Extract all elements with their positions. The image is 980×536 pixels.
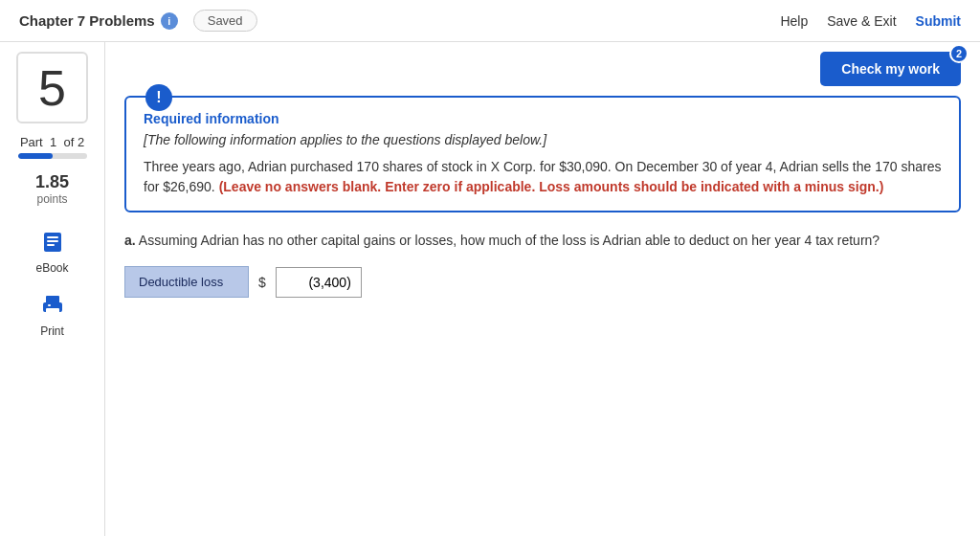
- exclamation-icon: !: [145, 84, 172, 111]
- question-body: Assuming Adrian has no other capital gai…: [139, 233, 880, 248]
- content-area: Check my work 2 ! Required information […: [105, 42, 980, 536]
- header-actions: Help Save & Exit Submit: [780, 13, 961, 29]
- check-my-work-button[interactable]: Check my work 2: [820, 52, 961, 86]
- main-layout: 5 Part 1 of 2 1.85 points eBook: [0, 42, 980, 536]
- question-number-box: 5: [16, 52, 88, 123]
- svg-rect-2: [47, 240, 58, 242]
- print-icon: [35, 288, 70, 323]
- help-link[interactable]: Help: [780, 13, 808, 29]
- points-label: points: [36, 192, 67, 206]
- info-box: ! Required information [The following in…: [124, 96, 961, 212]
- info-box-body: Three years ago, Adrian purchased 170 sh…: [144, 157, 942, 197]
- answer-row: Deductible loss $: [124, 266, 961, 298]
- header: Chapter 7 Problems i Saved Help Save & E…: [0, 0, 980, 42]
- svg-rect-3: [47, 244, 55, 246]
- svg-rect-4: [46, 296, 59, 303]
- progress-bar-fill: [18, 153, 53, 159]
- chapter-title-text: Chapter 7 Problems: [19, 12, 155, 29]
- info-box-subtitle: [The following information applies to th…: [144, 132, 942, 147]
- svg-rect-7: [48, 304, 51, 306]
- points-value: 1.85: [35, 172, 69, 192]
- check-badge: 2: [949, 44, 969, 63]
- info-icon[interactable]: i: [161, 12, 178, 30]
- part-label: Part 1 of 2: [20, 135, 84, 149]
- save-exit-link[interactable]: Save & Exit: [827, 13, 896, 29]
- question-text: a. Assuming Adrian has no other capital …: [124, 230, 961, 251]
- answer-label: Deductible loss: [124, 266, 249, 298]
- print-tool[interactable]: Print: [35, 288, 70, 338]
- ebook-icon: [35, 225, 70, 259]
- question-number: 5: [38, 59, 66, 117]
- svg-rect-6: [46, 308, 59, 315]
- progress-bar: [18, 153, 87, 159]
- sidebar: 5 Part 1 of 2 1.85 points eBook: [0, 42, 105, 536]
- check-my-work-area: Check my work 2: [124, 52, 961, 86]
- info-box-warning: (Leave no answers blank. Enter zero if a…: [219, 179, 884, 194]
- ebook-label: eBook: [35, 261, 68, 275]
- svg-rect-1: [47, 236, 58, 238]
- submit-link[interactable]: Submit: [916, 13, 961, 29]
- print-label: Print: [40, 324, 64, 338]
- page-title: Chapter 7 Problems i: [19, 12, 178, 30]
- answer-input[interactable]: [276, 267, 362, 298]
- question-label: a.: [124, 233, 136, 248]
- saved-badge: Saved: [193, 10, 257, 32]
- info-box-title: Required information: [144, 111, 942, 126]
- dollar-sign: $: [255, 275, 270, 290]
- ebook-tool[interactable]: eBook: [35, 225, 70, 275]
